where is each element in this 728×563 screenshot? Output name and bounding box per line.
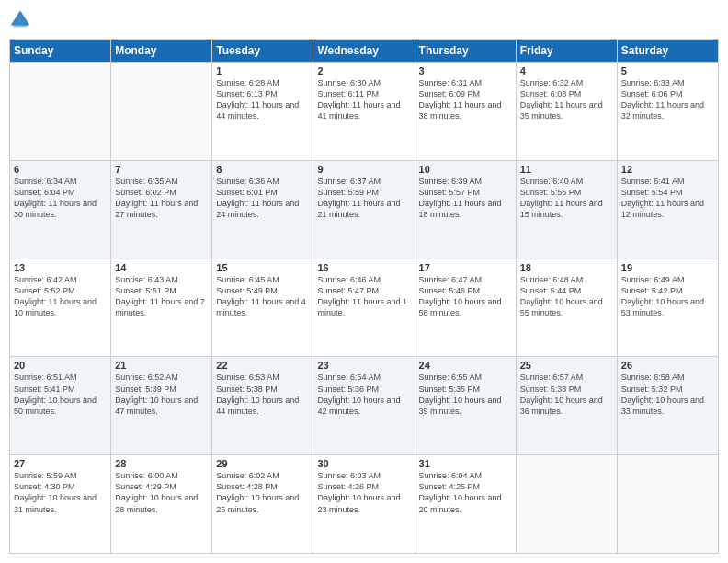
day-number: 13 <box>14 262 107 273</box>
day-number: 25 <box>520 360 613 371</box>
calendar-cell: 5Sunrise: 6:33 AM Sunset: 6:06 PM Daylig… <box>617 63 718 161</box>
calendar-cell: 25Sunrise: 6:57 AM Sunset: 5:33 PM Dayli… <box>516 357 617 455</box>
calendar-cell: 20Sunrise: 6:51 AM Sunset: 5:41 PM Dayli… <box>10 357 111 455</box>
day-header-wednesday: Wednesday <box>313 40 415 63</box>
calendar-cell: 23Sunrise: 6:54 AM Sunset: 5:36 PM Dayli… <box>313 357 415 455</box>
calendar-week-row: 13Sunrise: 6:42 AM Sunset: 5:52 PM Dayli… <box>10 259 719 357</box>
day-number: 27 <box>14 458 107 469</box>
calendar-header-row: SundayMondayTuesdayWednesdayThursdayFrid… <box>10 40 719 63</box>
day-info: Sunrise: 6:57 AM Sunset: 5:33 PM Dayligh… <box>520 372 613 417</box>
day-info: Sunrise: 6:48 AM Sunset: 5:44 PM Dayligh… <box>520 274 613 319</box>
day-number: 3 <box>419 65 512 76</box>
calendar-cell: 17Sunrise: 6:47 AM Sunset: 5:46 PM Dayli… <box>415 259 516 357</box>
calendar-cell: 24Sunrise: 6:55 AM Sunset: 5:35 PM Dayli… <box>415 357 516 455</box>
day-info: Sunrise: 6:55 AM Sunset: 5:35 PM Dayligh… <box>419 372 512 417</box>
day-info: Sunrise: 6:34 AM Sunset: 6:04 PM Dayligh… <box>14 176 107 221</box>
calendar-cell: 30Sunrise: 6:03 AM Sunset: 4:26 PM Dayli… <box>313 455 415 554</box>
calendar-cell: 16Sunrise: 6:46 AM Sunset: 5:47 PM Dayli… <box>313 259 415 357</box>
day-number: 31 <box>419 458 512 469</box>
day-header-monday: Monday <box>111 40 212 63</box>
calendar-cell: 6Sunrise: 6:34 AM Sunset: 6:04 PM Daylig… <box>10 160 111 259</box>
calendar-week-row: 20Sunrise: 6:51 AM Sunset: 5:41 PM Dayli… <box>10 357 719 455</box>
calendar-cell: 28Sunrise: 6:00 AM Sunset: 4:29 PM Dayli… <box>111 455 212 554</box>
calendar-cell: 8Sunrise: 6:36 AM Sunset: 6:01 PM Daylig… <box>212 160 313 259</box>
day-number: 29 <box>216 458 309 469</box>
calendar-cell <box>516 455 617 554</box>
calendar-cell: 4Sunrise: 6:32 AM Sunset: 6:08 PM Daylig… <box>516 63 617 161</box>
day-number: 2 <box>317 65 410 76</box>
day-number: 4 <box>520 65 613 76</box>
day-info: Sunrise: 6:40 AM Sunset: 5:56 PM Dayligh… <box>520 176 613 221</box>
day-info: Sunrise: 6:39 AM Sunset: 5:57 PM Dayligh… <box>419 176 512 221</box>
day-number: 26 <box>621 360 714 371</box>
calendar-cell <box>617 455 718 554</box>
day-number: 16 <box>317 262 410 273</box>
calendar-week-row: 1Sunrise: 6:28 AM Sunset: 6:13 PM Daylig… <box>10 63 719 161</box>
day-info: Sunrise: 6:54 AM Sunset: 5:36 PM Dayligh… <box>317 372 410 417</box>
day-header-thursday: Thursday <box>415 40 516 63</box>
day-number: 12 <box>621 164 714 175</box>
day-number: 10 <box>419 164 512 175</box>
calendar-cell: 15Sunrise: 6:45 AM Sunset: 5:49 PM Dayli… <box>212 259 313 357</box>
calendar-cell: 3Sunrise: 6:31 AM Sunset: 6:09 PM Daylig… <box>415 63 516 161</box>
day-info: Sunrise: 6:36 AM Sunset: 6:01 PM Dayligh… <box>216 176 309 221</box>
day-number: 5 <box>621 65 714 76</box>
day-number: 21 <box>115 360 208 371</box>
calendar-cell: 22Sunrise: 6:53 AM Sunset: 5:38 PM Dayli… <box>212 357 313 455</box>
day-info: Sunrise: 6:33 AM Sunset: 6:06 PM Dayligh… <box>621 77 714 122</box>
calendar-table: SundayMondayTuesdayWednesdayThursdayFrid… <box>9 39 719 554</box>
day-info: Sunrise: 6:30 AM Sunset: 6:11 PM Dayligh… <box>317 77 410 122</box>
calendar-cell: 9Sunrise: 6:37 AM Sunset: 5:59 PM Daylig… <box>313 160 415 259</box>
day-info: Sunrise: 6:04 AM Sunset: 4:25 PM Dayligh… <box>419 470 512 515</box>
day-number: 19 <box>621 262 714 273</box>
day-info: Sunrise: 6:35 AM Sunset: 6:02 PM Dayligh… <box>115 176 208 221</box>
calendar-cell: 13Sunrise: 6:42 AM Sunset: 5:52 PM Dayli… <box>10 259 111 357</box>
day-info: Sunrise: 5:59 AM Sunset: 4:30 PM Dayligh… <box>14 470 107 515</box>
calendar-cell: 7Sunrise: 6:35 AM Sunset: 6:02 PM Daylig… <box>111 160 212 259</box>
calendar-cell: 14Sunrise: 6:43 AM Sunset: 5:51 PM Dayli… <box>111 259 212 357</box>
calendar-week-row: 27Sunrise: 5:59 AM Sunset: 4:30 PM Dayli… <box>10 455 719 554</box>
day-info: Sunrise: 6:00 AM Sunset: 4:29 PM Dayligh… <box>115 470 208 515</box>
calendar-cell: 11Sunrise: 6:40 AM Sunset: 5:56 PM Dayli… <box>516 160 617 259</box>
day-info: Sunrise: 6:32 AM Sunset: 6:08 PM Dayligh… <box>520 77 613 122</box>
day-number: 18 <box>520 262 613 273</box>
calendar-cell: 10Sunrise: 6:39 AM Sunset: 5:57 PM Dayli… <box>415 160 516 259</box>
day-number: 24 <box>419 360 512 371</box>
day-info: Sunrise: 6:02 AM Sunset: 4:28 PM Dayligh… <box>216 470 309 515</box>
calendar-cell <box>111 63 212 161</box>
calendar-week-row: 6Sunrise: 6:34 AM Sunset: 6:04 PM Daylig… <box>10 160 719 259</box>
calendar-cell: 31Sunrise: 6:04 AM Sunset: 4:25 PM Dayli… <box>415 455 516 554</box>
day-info: Sunrise: 6:03 AM Sunset: 4:26 PM Dayligh… <box>317 470 410 515</box>
day-info: Sunrise: 6:42 AM Sunset: 5:52 PM Dayligh… <box>14 274 107 319</box>
day-header-sunday: Sunday <box>10 40 111 63</box>
day-number: 15 <box>216 262 309 273</box>
day-info: Sunrise: 6:46 AM Sunset: 5:47 PM Dayligh… <box>317 274 410 319</box>
day-info: Sunrise: 6:31 AM Sunset: 6:09 PM Dayligh… <box>419 77 512 122</box>
day-info: Sunrise: 6:49 AM Sunset: 5:42 PM Dayligh… <box>621 274 714 319</box>
calendar-cell <box>10 63 111 161</box>
calendar-cell: 18Sunrise: 6:48 AM Sunset: 5:44 PM Dayli… <box>516 259 617 357</box>
day-number: 14 <box>115 262 208 273</box>
day-number: 17 <box>419 262 512 273</box>
calendar-cell: 19Sunrise: 6:49 AM Sunset: 5:42 PM Dayli… <box>617 259 718 357</box>
day-info: Sunrise: 6:51 AM Sunset: 5:41 PM Dayligh… <box>14 372 107 417</box>
day-number: 20 <box>14 360 107 371</box>
day-info: Sunrise: 6:58 AM Sunset: 5:32 PM Dayligh… <box>621 372 714 417</box>
day-number: 11 <box>520 164 613 175</box>
day-info: Sunrise: 6:47 AM Sunset: 5:46 PM Dayligh… <box>419 274 512 319</box>
calendar-cell: 27Sunrise: 5:59 AM Sunset: 4:30 PM Dayli… <box>10 455 111 554</box>
day-info: Sunrise: 6:52 AM Sunset: 5:39 PM Dayligh… <box>115 372 208 417</box>
day-header-saturday: Saturday <box>617 40 718 63</box>
day-number: 1 <box>216 65 309 76</box>
logo <box>9 9 35 31</box>
day-info: Sunrise: 6:37 AM Sunset: 5:59 PM Dayligh… <box>317 176 410 221</box>
calendar-cell: 1Sunrise: 6:28 AM Sunset: 6:13 PM Daylig… <box>212 63 313 161</box>
day-number: 23 <box>317 360 410 371</box>
day-number: 30 <box>317 458 410 469</box>
page-header <box>9 9 719 31</box>
day-number: 28 <box>115 458 208 469</box>
calendar-cell: 2Sunrise: 6:30 AM Sunset: 6:11 PM Daylig… <box>313 63 415 161</box>
calendar-cell: 21Sunrise: 6:52 AM Sunset: 5:39 PM Dayli… <box>111 357 212 455</box>
day-info: Sunrise: 6:43 AM Sunset: 5:51 PM Dayligh… <box>115 274 208 319</box>
day-info: Sunrise: 6:45 AM Sunset: 5:49 PM Dayligh… <box>216 274 309 319</box>
